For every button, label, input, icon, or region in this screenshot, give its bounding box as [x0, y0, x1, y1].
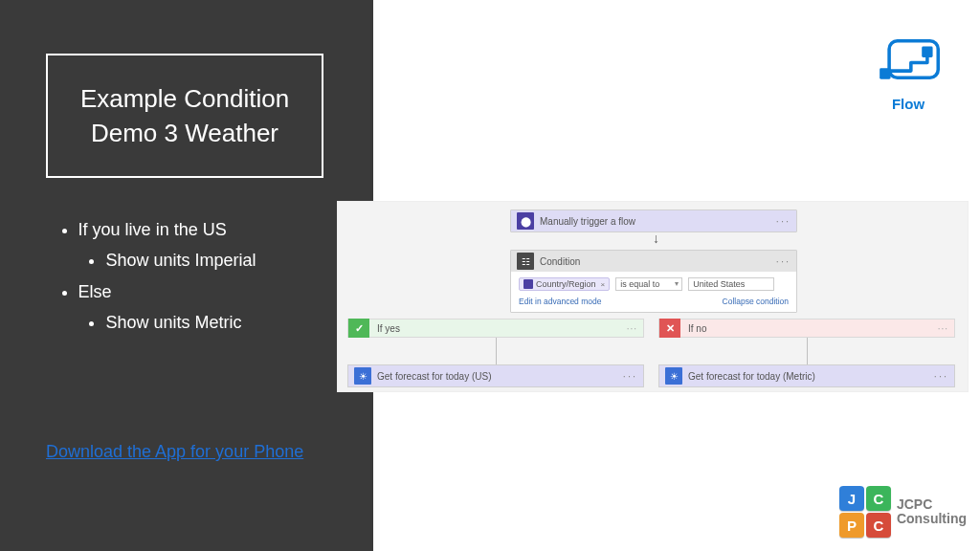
slide-title: Example Condition Demo 3 Weather [46, 54, 323, 178]
pill-remove-icon[interactable]: × [601, 280, 606, 289]
bullet-2a: Show units Metric [105, 307, 256, 338]
flow-logo: Flow [871, 38, 946, 112]
flow-designer-canvas: ⬤ Manually trigger a flow ··· ↓ ☷ Condit… [337, 201, 969, 392]
trigger-icon: ⬤ [517, 212, 534, 230]
edit-advanced-link[interactable]: Edit in advanced mode [519, 297, 601, 306]
condition-value-input[interactable]: United States [688, 277, 774, 291]
no-action-title: Get forecast for today (Metric) [688, 371, 934, 382]
jcpc-logo: J C P C JCPC Consulting [839, 486, 967, 538]
cross-icon: ✕ [659, 319, 680, 338]
jcpc-tile-c1: C [866, 486, 891, 511]
bullet-1: If you live in the US Show units Imperia… [78, 214, 256, 276]
trigger-card[interactable]: ⬤ Manually trigger a flow ··· [510, 209, 797, 232]
jcpc-tile-p: P [839, 513, 864, 538]
pill-icon [523, 279, 533, 289]
no-connector [807, 338, 808, 364]
jcpc-line1: JCPC [897, 497, 967, 512]
bullet-1-text: If you live in the US [78, 220, 227, 239]
slide: Example Condition Demo 3 Weather If you … [0, 0, 980, 551]
jcpc-tile-c2: C [866, 513, 891, 538]
slide-bullets: If you live in the US Show units Imperia… [57, 214, 256, 339]
check-icon: ✓ [348, 319, 369, 338]
bullet-2-text: Else [78, 282, 112, 301]
no-action-menu[interactable]: ··· [934, 370, 948, 382]
if-no-menu[interactable]: ··· [938, 323, 954, 334]
condition-menu[interactable]: ··· [776, 255, 791, 267]
connector-arrow-icon: ↓ [653, 231, 659, 246]
if-no-label: If no [680, 323, 938, 334]
if-no-header[interactable]: ✕ If no ··· [658, 319, 955, 338]
yes-connector [496, 338, 497, 364]
yes-action-title: Get forecast for today (US) [377, 371, 623, 382]
condition-operator-select[interactable]: is equal to [615, 277, 682, 291]
yes-action-card[interactable]: ☀ Get forecast for today (US) ··· [347, 364, 644, 387]
bullet-1a: Show units Imperial [105, 245, 256, 276]
weather-icon: ☀ [665, 367, 682, 385]
collapse-condition-link[interactable]: Collapse condition [723, 297, 789, 306]
if-yes-menu[interactable]: ··· [627, 323, 643, 334]
weather-icon: ☀ [354, 367, 371, 385]
trigger-title: Manually trigger a flow [540, 216, 776, 227]
if-yes-label: If yes [369, 323, 627, 334]
if-yes-header[interactable]: ✓ If yes ··· [347, 319, 644, 338]
left-panel: Example Condition Demo 3 Weather If you … [0, 0, 373, 551]
yes-action-menu[interactable]: ··· [623, 370, 637, 382]
condition-icon: ☷ [517, 253, 534, 270]
flow-logo-label: Flow [871, 96, 946, 112]
condition-card[interactable]: ☷ Condition ··· Country/Region × is equa… [510, 250, 797, 313]
no-action-card[interactable]: ☀ Get forecast for today (Metric) ··· [658, 364, 955, 387]
condition-field-pill[interactable]: Country/Region × [519, 277, 610, 291]
jcpc-logo-grid: J C P C [839, 486, 891, 538]
pill-label: Country/Region [536, 279, 596, 289]
condition-title: Condition [540, 256, 776, 267]
jcpc-logo-text: JCPC Consulting [897, 497, 967, 525]
download-app-link[interactable]: Download the App for your Phone [46, 442, 303, 462]
jcpc-tile-j: J [839, 486, 864, 511]
flow-icon [874, 38, 943, 90]
jcpc-line2: Consulting [897, 512, 967, 526]
trigger-menu[interactable]: ··· [776, 215, 791, 227]
svg-rect-2 [880, 68, 890, 78]
bullet-2: Else Show units Metric [78, 276, 256, 339]
